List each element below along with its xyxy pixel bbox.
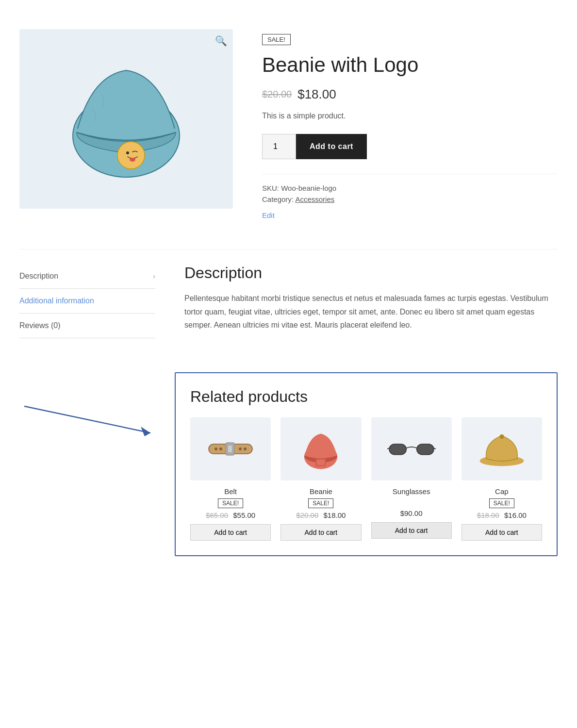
product-section: 🔍	[19, 10, 558, 249]
product-cap-badge: SALE!	[489, 498, 514, 508]
svg-point-12	[244, 447, 247, 450]
tabs-section: Description › Additional information Rev…	[19, 249, 558, 363]
related-products-title: Related products	[190, 388, 542, 406]
product-beanie-badge: SALE!	[308, 498, 333, 508]
belt-icon	[206, 434, 255, 463]
category-row: Category: Accessories	[262, 195, 558, 203]
product-description: This is a simple product.	[262, 112, 558, 120]
related-section-wrapper: Related products	[19, 372, 558, 556]
tab-additional-info-label: Additional information	[19, 297, 94, 305]
tab-reviews[interactable]: Reviews (0)	[19, 314, 155, 338]
quantity-input[interactable]	[262, 134, 296, 159]
tab-content-title: Description	[184, 264, 558, 282]
tab-content-text: Pellentesque habitant morbi tristique se…	[184, 292, 558, 331]
add-to-cart-row: Add to cart	[262, 134, 558, 159]
svg-point-10	[219, 447, 222, 450]
sku-row: SKU: Woo-beanie-logo	[262, 184, 558, 192]
svg-point-9	[214, 447, 217, 450]
product-card-cap: Cap SALE! $18.00 $16.00 Add to cart	[462, 417, 542, 541]
arrow-container	[19, 401, 175, 442]
product-belt-price: $65.00 $55.00	[190, 511, 271, 519]
tab-description-label: Description	[19, 272, 58, 281]
product-belt-price-new: $55.00	[233, 511, 255, 519]
product-cap-name: Cap	[462, 487, 542, 496]
product-image-wrapper: 🔍	[19, 29, 233, 220]
product-beanie-illustration	[63, 51, 189, 187]
products-grid: Belt SALE! $65.00 $55.00 Add to cart	[190, 417, 542, 541]
price-wrapper: $20.00 $18.00	[262, 87, 558, 102]
product-beanie-price: $20.00 $18.00	[280, 511, 361, 519]
product-meta: SKU: Woo-beanie-logo Category: Accessori…	[262, 174, 558, 220]
chevron-right-icon: ›	[153, 272, 155, 280]
product-sunglasses-price-new: $90.00	[400, 509, 423, 517]
svg-point-21	[499, 434, 504, 439]
product-belt-name: Belt	[190, 487, 271, 496]
svg-rect-17	[416, 444, 433, 455]
product-belt-badge: SALE!	[218, 498, 243, 508]
svg-rect-16	[389, 444, 406, 455]
svg-point-1	[117, 142, 145, 169]
sku-label: SKU:	[262, 184, 279, 192]
product-image-box: 🔍	[19, 29, 233, 209]
svg-rect-8	[228, 446, 232, 452]
product-card-belt: Belt SALE! $65.00 $55.00 Add to cart	[190, 417, 271, 541]
svg-point-3	[130, 158, 135, 162]
price-new: $18.00	[297, 87, 336, 102]
category-link[interactable]: Accessories	[295, 195, 334, 203]
tabs-sidebar: Description › Additional information Rev…	[19, 264, 155, 338]
product-beanie-price-old: $20.00	[296, 511, 318, 519]
product-details: SALE! Beanie with Logo $20.00 $18.00 Thi…	[262, 29, 558, 220]
product-card-cap-image[interactable]	[462, 417, 542, 480]
tab-description[interactable]: Description ›	[19, 264, 155, 289]
category-label: Category:	[262, 195, 294, 203]
product-cap-price-new: $16.00	[504, 511, 527, 519]
product-beanie-name: Beanie	[280, 487, 361, 496]
svg-point-2	[126, 151, 129, 154]
svg-point-11	[239, 447, 242, 450]
edit-link[interactable]: Edit	[262, 211, 275, 219]
product-card-sunglasses-image[interactable]	[371, 417, 452, 480]
product-card-beanie-image[interactable]	[280, 417, 361, 480]
product-card-beanie: Beanie SALE! $20.00 $18.00 Add to cart	[280, 417, 361, 541]
price-old: $20.00	[262, 89, 292, 100]
svg-line-4	[24, 406, 150, 433]
tab-content-area: Description Pellentesque habitant morbi …	[184, 264, 558, 338]
tab-additional-info[interactable]: Additional information	[19, 289, 155, 314]
add-to-cart-button[interactable]: Add to cart	[296, 134, 367, 159]
cap-icon	[478, 427, 526, 471]
tab-reviews-label: Reviews (0)	[19, 321, 60, 330]
product-cap-add-to-cart-button[interactable]: Add to cart	[462, 524, 542, 541]
product-card-belt-image[interactable]	[190, 417, 271, 480]
product-title: Beanie with Logo	[262, 53, 558, 77]
product-card-sunglasses: Sunglasses $90.00 Add to cart	[371, 417, 452, 541]
product-beanie-add-to-cart-button[interactable]: Add to cart	[280, 524, 361, 541]
product-beanie-price-new: $18.00	[323, 511, 346, 519]
sunglasses-icon	[387, 434, 436, 463]
product-cap-price: $18.00 $16.00	[462, 511, 542, 519]
zoom-icon[interactable]: 🔍	[215, 35, 227, 47]
product-belt-add-to-cart-button[interactable]: Add to cart	[190, 524, 271, 541]
product-sunglasses-add-to-cart-button[interactable]: Add to cart	[371, 522, 452, 539]
svg-rect-15	[317, 460, 325, 465]
sku-value: Woo-beanie-logo	[281, 184, 336, 192]
beanie-card-icon	[299, 427, 343, 471]
product-sunglasses-price: $90.00	[371, 509, 452, 517]
product-sunglasses-name: Sunglasses	[371, 487, 452, 496]
sale-badge: SALE!	[262, 34, 291, 45]
arrow-illustration	[19, 401, 165, 440]
product-cap-price-old: $18.00	[477, 511, 499, 519]
related-products-section: Related products	[175, 372, 558, 556]
product-belt-price-old: $65.00	[206, 511, 228, 519]
